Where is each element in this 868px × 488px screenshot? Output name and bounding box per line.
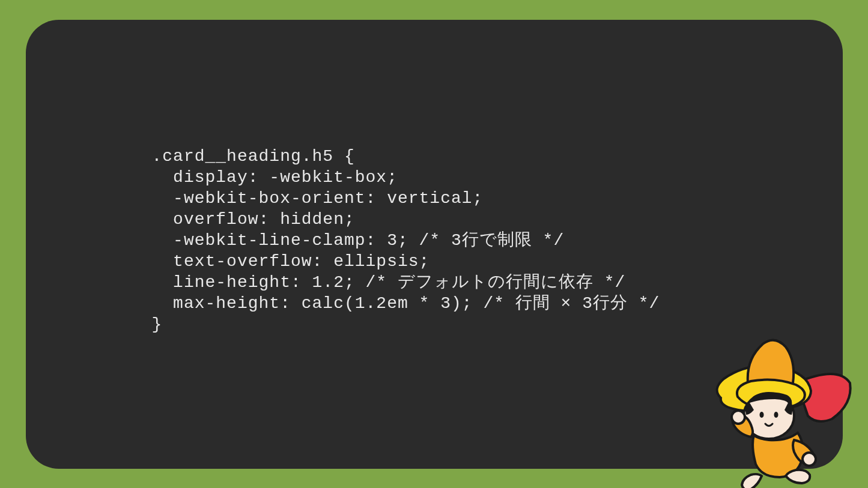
- svg-point-3: [732, 411, 745, 424]
- svg-point-4: [803, 453, 816, 466]
- mascot-character-icon: [691, 326, 859, 488]
- code-line: .card__heading.h5 {: [152, 147, 355, 166]
- code-line: display: -webkit-box;: [152, 168, 398, 187]
- code-line: overflow: hidden;: [152, 210, 355, 229]
- code-line: max-height: calc(1.2em * 3); /* 行間 × 3行分…: [152, 294, 660, 313]
- svg-point-1: [760, 412, 764, 418]
- code-line: line-height: 1.2; /* デフォルトの行間に依存 */: [152, 273, 626, 292]
- code-line: text-overflow: ellipsis;: [152, 252, 430, 271]
- code-line: -webkit-line-clamp: 3; /* 3行で制限 */: [152, 231, 565, 250]
- code-line: }: [152, 315, 163, 334]
- code-block: .card__heading.h5 { display: -webkit-box…: [152, 146, 843, 335]
- code-line: -webkit-box-orient: vertical;: [152, 189, 484, 208]
- svg-point-2: [774, 412, 778, 418]
